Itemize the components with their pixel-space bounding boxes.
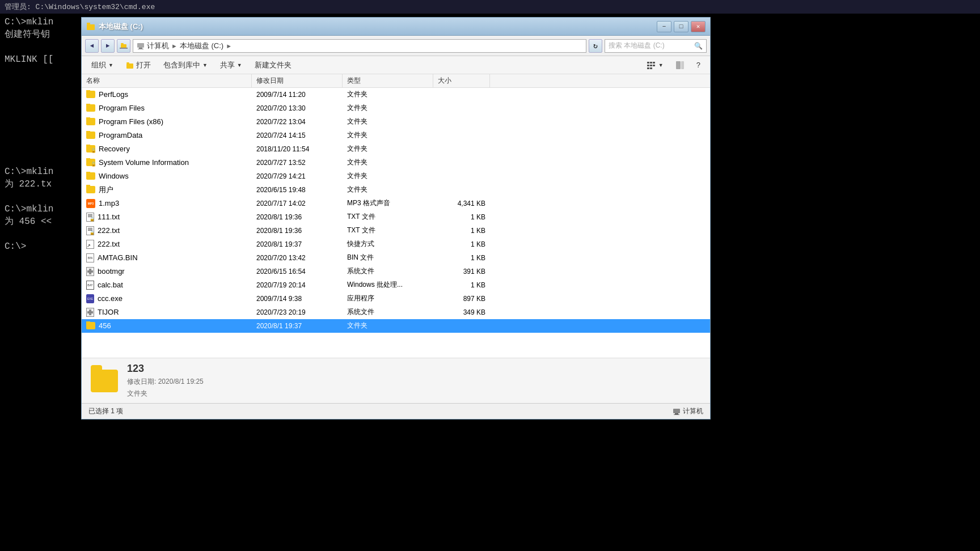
file-size: 1 KB <box>433 227 490 235</box>
table-row[interactable]: MP3 1.mp3 2020/7/17 14:02 MP3 格式声音 4,341… <box>82 197 710 210</box>
file-name: 用户 <box>99 185 113 195</box>
table-row[interactable]: BAT calc.bat 2020/7/19 20:14 Windows 批处理… <box>82 278 710 292</box>
file-type: 系统文件 <box>343 266 433 276</box>
table-row[interactable]: 用户 2020/6/15 19:48 文件夹 <box>82 183 710 197</box>
file-modified: 2009/7/14 11:20 <box>252 91 343 99</box>
minimize-button[interactable]: − <box>657 21 671 32</box>
preview-pane-button[interactable] <box>671 58 689 73</box>
file-type: BIN 文件 <box>343 253 433 262</box>
svg-rect-14 <box>650 65 652 66</box>
svg-rect-27 <box>675 413 678 414</box>
file-type: 文件夹 <box>343 144 433 154</box>
table-row[interactable]: PerfLogs 2009/7/14 11:20 文件夹 <box>82 88 710 101</box>
search-box[interactable]: 搜索 本地磁盘 (C:) 🔍 <box>605 39 707 53</box>
view-button[interactable]: ▼ <box>642 58 669 73</box>
svg-rect-1 <box>87 23 90 24</box>
file-size: 349 KB <box>433 308 490 316</box>
close-button[interactable]: ✕ <box>691 21 706 32</box>
svg-rect-5 <box>137 43 144 48</box>
file-modified: 2020/8/1 19:37 <box>252 240 343 248</box>
include-library-arrow: ▼ <box>202 62 208 68</box>
back-button[interactable]: ◄ <box>85 39 99 53</box>
file-modified: 2020/7/24 14:15 <box>252 132 343 139</box>
col-modified[interactable]: 修改日期 <box>252 74 343 87</box>
preview-folder-icon <box>91 370 118 392</box>
cmd-title: 管理员: C:\Windows\system32\cmd.exe <box>5 2 155 12</box>
file-modified: 2020/7/20 13:42 <box>252 254 343 262</box>
column-headers: 名称 修改日期 类型 大小 <box>82 74 710 88</box>
preview-info: 123 修改日期: 2020/8/1 19:25 文件夹 <box>127 363 204 399</box>
table-row[interactable]: ProgramData 2020/7/24 14:15 文件夹 <box>82 129 710 142</box>
new-folder-button[interactable]: 新建文件夹 <box>250 58 297 73</box>
forward-button[interactable]: ► <box>101 39 115 53</box>
table-row[interactable]: TIJOR 2020/7/23 20:19 系统文件 349 KB <box>82 306 710 319</box>
file-modified: 2020/7/29 14:21 <box>252 172 343 180</box>
address-path[interactable]: 计算机 ► 本地磁盘 (C:) ► <box>133 39 586 53</box>
file-type: TXT 文件 <box>343 226 433 235</box>
file-modified: 2020/6/15 16:54 <box>252 268 343 276</box>
file-type: 应用程序 <box>343 294 433 303</box>
breadcrumb-arrow-1: ► <box>171 43 178 49</box>
svg-rect-8 <box>126 63 133 69</box>
file-size: 4,341 KB <box>433 200 490 207</box>
file-name-cell: Program Files <box>82 104 252 112</box>
file-name-cell: 456 <box>82 321 252 330</box>
file-list[interactable]: 名称 修改日期 类型 大小 PerfLogs 2009/7/14 11:20 文… <box>82 74 710 358</box>
file-name-cell: 🔒 222.txt <box>82 226 252 235</box>
table-row[interactable]: ↗ 222.txt 2020/8/1 19:37 快捷方式 1 KB <box>82 238 710 251</box>
organize-arrow: ▼ <box>108 62 113 68</box>
col-size[interactable]: 大小 <box>433 74 490 87</box>
table-row[interactable]: 🔒 222.txt 2020/8/1 19:36 TXT 文件 1 KB <box>82 224 710 238</box>
title-controls: − □ ✕ <box>657 21 706 32</box>
main-content: 名称 修改日期 类型 大小 PerfLogs 2009/7/14 11:20 文… <box>82 74 710 403</box>
maximize-button[interactable]: □ <box>674 21 688 32</box>
file-name: Program Files (x86) <box>99 117 163 126</box>
refresh-button[interactable]: ↻ <box>589 39 602 53</box>
svg-rect-17 <box>650 67 652 69</box>
svg-rect-4 <box>120 48 128 49</box>
include-library-button[interactable]: 包含到库中 ▼ <box>158 58 213 73</box>
table-row[interactable]: EXE ccc.exe 2009/7/14 9:38 应用程序 897 KB <box>82 292 710 306</box>
file-type: 文件夹 <box>343 130 433 140</box>
svg-rect-11 <box>650 62 652 63</box>
svg-rect-3 <box>121 43 124 44</box>
organize-button[interactable]: 组织 ▼ <box>86 58 119 73</box>
view-arrow: ▼ <box>658 62 664 68</box>
svg-rect-18 <box>676 61 681 69</box>
up-button[interactable] <box>117 39 130 53</box>
table-row[interactable]: bootmgr 2020/6/15 16:54 系统文件 391 KB <box>82 265 710 278</box>
file-name-cell: PerfLogs <box>82 90 252 99</box>
table-row[interactable]: 456 2020/8/1 19:37 文件夹 <box>82 319 710 333</box>
col-type[interactable]: 类型 <box>343 74 433 87</box>
svg-rect-25 <box>89 313 91 315</box>
table-row[interactable]: Program Files (x86) 2020/7/22 13:04 文件夹 <box>82 115 710 129</box>
file-name-cell: BAT calc.bat <box>82 281 252 290</box>
file-size: 1 KB <box>433 254 490 262</box>
file-name: 222.txt <box>98 240 120 248</box>
file-name-cell: 🔒 111.txt <box>82 213 252 222</box>
table-row[interactable]: Program Files 2020/7/20 13:30 文件夹 <box>82 101 710 115</box>
file-type: 系统文件 <box>343 307 433 317</box>
table-row[interactable]: 🔒 System Volume Information 2020/7/27 13… <box>82 156 710 169</box>
share-button[interactable]: 共享 ▼ <box>215 58 247 73</box>
include-library-label: 包含到库中 <box>163 60 200 70</box>
computer-status-icon <box>673 408 681 416</box>
file-type: MP3 格式声音 <box>343 198 433 208</box>
file-size: 897 KB <box>433 295 490 303</box>
file-modified: 2020/8/1 19:36 <box>252 213 343 221</box>
svg-rect-12 <box>653 62 655 63</box>
file-rows-container: PerfLogs 2009/7/14 11:20 文件夹 Program Fil… <box>82 88 710 333</box>
open-button[interactable]: 打开 <box>121 58 156 73</box>
help-button[interactable]: ? <box>691 58 706 73</box>
file-name-cell: bootmgr <box>82 267 252 276</box>
table-row[interactable]: 🔒 Recovery 2018/11/20 11:54 文件夹 <box>82 142 710 156</box>
organize-label: 组织 <box>91 60 106 70</box>
table-row[interactable]: 🔒 111.txt 2020/8/1 19:36 TXT 文件 1 KB <box>82 210 710 224</box>
table-row[interactable]: BIN AMTAG.BIN 2020/7/20 13:42 BIN 文件 1 K… <box>82 251 710 265</box>
file-modified: 2020/7/27 13:52 <box>252 159 343 167</box>
col-name[interactable]: 名称 <box>82 74 252 87</box>
svg-rect-19 <box>681 61 684 69</box>
table-row[interactable]: Windows 2020/7/29 14:21 文件夹 <box>82 169 710 183</box>
file-type: TXT 文件 <box>343 212 433 222</box>
svg-rect-0 <box>87 24 95 30</box>
